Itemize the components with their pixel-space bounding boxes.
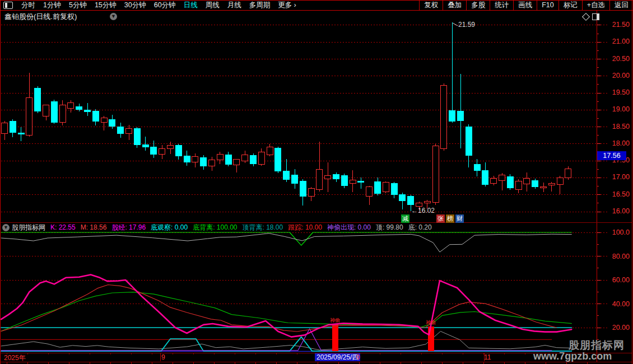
- series-底观察: [1, 337, 571, 351]
- candle: [491, 179, 497, 183]
- candle: [532, 180, 538, 186]
- candle: [68, 102, 74, 108]
- signal-bar-label: 神偷: [329, 317, 341, 324]
- param-神偷出现: 神偷出现: 0.00: [327, 223, 371, 232]
- candles-group: [2, 22, 571, 211]
- indicator-name: 股朋指标网: [12, 223, 45, 232]
- candle: [325, 176, 331, 179]
- candle: [59, 105, 66, 122]
- param-底: 底: 0.20: [408, 223, 432, 232]
- candle: [474, 164, 480, 170]
- candle: [43, 105, 49, 116]
- indicator-tick-label: 20.00: [599, 324, 630, 332]
- candle: [416, 203, 422, 207]
- watermark-url: www.7gpzb.com: [533, 351, 612, 362]
- selected-date-label: 2025/09/25/四: [315, 353, 360, 361]
- series-底背离: [1, 232, 571, 245]
- price-tick-label: 17.00: [599, 173, 630, 181]
- candle: [18, 133, 24, 134]
- candle: [109, 119, 115, 126]
- candle: [184, 156, 190, 162]
- time-tick-label: 2025年: [4, 353, 26, 363]
- candle: [242, 155, 248, 161]
- candle: [366, 186, 373, 196]
- param-股经: 股经: 17.96: [111, 223, 146, 232]
- series-M: [1, 285, 557, 332]
- indicator-param-row: 股朋指标网 K: 22.55M: 18.56股经: 17.96底观察: 0.00…: [12, 223, 432, 232]
- time-tick-label: 11: [484, 353, 491, 361]
- candle: [383, 183, 389, 192]
- candle: [300, 181, 306, 197]
- candle: [159, 148, 165, 154]
- price-tick-label: 18.50: [599, 123, 630, 130]
- candle: [275, 148, 281, 171]
- candle: [541, 186, 547, 188]
- event-badge-张[interactable]: 张: [436, 214, 445, 223]
- price-tick-label: 21.00: [599, 38, 630, 45]
- param-底观察: 底观察: 0.00: [151, 223, 188, 232]
- candle: [234, 160, 240, 165]
- current-price-marker: 17.56: [597, 151, 626, 160]
- event-badge-榜[interactable]: 榜: [446, 214, 454, 223]
- candle: [134, 128, 140, 144]
- candle: [209, 160, 215, 166]
- candle: [515, 181, 522, 190]
- candle: [217, 154, 223, 160]
- candle: [126, 128, 132, 134]
- candle: [441, 86, 447, 149]
- candle: [283, 171, 290, 179]
- candle: [391, 183, 397, 195]
- indicator-tick-label: 60.00: [599, 276, 630, 284]
- candle: [499, 175, 505, 181]
- candle: [341, 176, 347, 186]
- chart-title: 鑫铂股份(日线.前复权): [4, 12, 77, 22]
- time-tick-label: 9: [161, 353, 165, 361]
- price-tick-label: 19.50: [599, 88, 630, 96]
- param-顶: 顶: 99.80: [376, 223, 403, 232]
- param-底背离: 底背离: 100.00: [193, 223, 237, 232]
- candle: [358, 181, 364, 183]
- trading-terminal-window: 分时1分钟5分钟15分钟30分钟60分钟日线周线月线多周期更多 › 复权叠加多股…: [0, 0, 633, 364]
- candle: [449, 111, 455, 122]
- candle: [2, 123, 8, 134]
- signal-bar: [428, 326, 434, 351]
- candle: [151, 147, 157, 154]
- candle: [167, 145, 174, 148]
- candle: [118, 127, 124, 134]
- price-tick-label: 16.00: [599, 207, 630, 215]
- candle: [201, 157, 207, 166]
- high-price-annotation: 21.59: [458, 21, 475, 29]
- price-tick-label: 16.50: [599, 190, 630, 198]
- candle: [316, 170, 323, 189]
- indicator-dropdown-icon[interactable]: ▼: [2, 224, 10, 231]
- candle: [85, 110, 91, 112]
- candle: [548, 183, 555, 185]
- candle: [350, 180, 356, 183]
- candle: [424, 202, 430, 203]
- time-tick-label: 0: [356, 353, 360, 361]
- candle: [258, 152, 264, 164]
- candle: [292, 175, 298, 184]
- candle: [10, 122, 16, 133]
- price-tick-label: 20.00: [599, 72, 630, 80]
- candle: [458, 111, 464, 121]
- chart-canvas[interactable]: [0, 0, 633, 364]
- signal-bar-label: 神偷: [425, 319, 437, 326]
- candle: [175, 145, 181, 156]
- candle: [267, 147, 273, 155]
- event-badge-减[interactable]: 减: [401, 214, 409, 223]
- event-badge-财[interactable]: 财: [455, 214, 464, 223]
- candle: [76, 106, 82, 109]
- price-tick-label: 20.50: [599, 55, 630, 63]
- candle: [250, 155, 257, 164]
- price-tick-label: 19.00: [599, 105, 630, 113]
- param-顶背离: 顶背离: 18.00: [243, 223, 283, 232]
- title-dropdown-icon[interactable]: ▼: [110, 13, 117, 20]
- candle: [557, 178, 563, 184]
- candle: [482, 170, 488, 184]
- param-K: K: 22.55: [50, 223, 76, 231]
- candle: [408, 197, 414, 205]
- indicator-tick-label: 80.00: [599, 253, 630, 260]
- low-price-annotation: ←16.02: [411, 207, 435, 214]
- panel-toggle-icon[interactable]: [592, 13, 599, 20]
